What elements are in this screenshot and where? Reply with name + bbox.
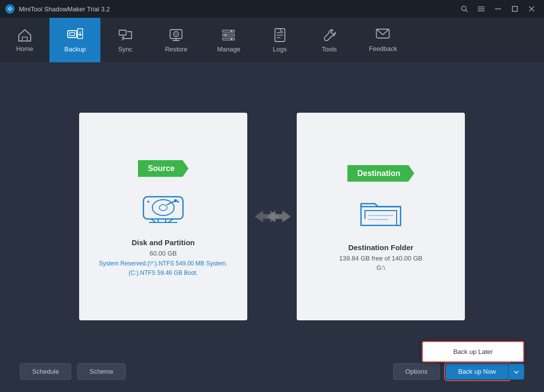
title-bar: MiniTool ShadowMaker Trial 3.2 [0,0,544,18]
logs-icon [273,28,286,43]
toolbar-left: Schedule Scheme [20,363,126,380]
backup-now-group: Back up Later Back up Now [446,363,524,380]
source-tag: Source [138,160,188,177]
close-button[interactable] [524,3,539,15]
svg-rect-20 [223,30,234,32]
nav-item-backup[interactable]: Backup [49,18,100,62]
nav-label-logs: Logs [273,45,287,53]
source-disk-icon [138,187,188,228]
app-title: MiniTool ShadowMaker Trial 3.2 [19,5,110,13]
nav-label-home: Home [16,45,34,52]
title-bar-controls [457,3,539,15]
source-detail: System Reserved.(\*:).NTFS 549.00 MB Sys… [99,259,227,278]
svg-rect-21 [223,34,234,36]
options-button[interactable]: Options [393,363,440,380]
nav-item-home[interactable]: Home [0,18,49,62]
svg-point-42 [177,201,179,203]
maximize-icon [512,6,518,12]
svg-point-1 [9,8,11,10]
backup-dropdown-button[interactable] [508,363,524,380]
nav-label-manage: Manage [217,45,240,53]
svg-rect-12 [68,31,77,38]
feedback-icon [375,28,390,42]
svg-rect-11 [22,37,27,41]
schedule-button[interactable]: Schedule [20,363,71,380]
title-bar-left: MiniTool ShadowMaker Trial 3.2 [5,4,110,14]
menu-button[interactable] [474,3,489,15]
svg-rect-13 [70,33,75,36]
nav-item-restore[interactable]: Restore [150,18,202,62]
minimize-button[interactable] [491,3,505,15]
destination-tag: Destination [347,165,414,182]
home-icon [17,28,32,42]
backup-later-item[interactable]: Back up Later [423,342,523,361]
nav-label-restore: Restore [165,45,187,53]
svg-rect-8 [512,6,517,11]
toolbar-right: Options Back up Later Back up Now [393,363,524,380]
source-title: Disk and Partition [132,238,195,247]
destination-path: G:\ [376,264,385,271]
svg-point-25 [230,38,232,40]
destination-panel[interactable]: Destination Destination Folder 139.84 GB… [297,113,465,320]
destination-free-space: 139.84 GB free of 140.00 GB [339,255,422,262]
svg-rect-14 [119,30,126,35]
svg-point-35 [174,199,177,202]
backup-icon [67,28,84,43]
nav-item-manage[interactable]: Manage [202,18,255,62]
svg-point-17 [176,33,177,35]
destination-folder-icon [356,192,406,233]
backup-now-button[interactable]: Back up Now [446,363,508,380]
menu-icon [478,6,485,11]
arrow-area [247,207,297,226]
svg-point-41 [147,201,149,203]
search-icon [461,5,468,12]
nav-label-sync: Sync [118,45,133,53]
maximize-button[interactable] [507,3,522,15]
scheme-button[interactable]: Scheme [77,363,126,380]
restore-icon [168,28,184,43]
source-panel[interactable]: Source [79,113,247,320]
search-button[interactable] [457,3,472,15]
nav-item-feedback[interactable]: Feedback [354,18,412,62]
chevron-down-icon [514,371,519,374]
nav-label-feedback: Feedback [369,45,397,52]
nav-item-tools[interactable]: Tools [305,18,354,62]
nav-bar: Home Backup Sync [0,18,544,62]
sync-icon [118,28,133,43]
svg-point-23 [230,30,232,32]
nav-label-tools: Tools [322,45,337,53]
svg-line-3 [466,10,468,12]
svg-point-24 [225,34,227,36]
svg-point-32 [152,200,174,216]
main-content: Source [0,62,544,392]
svg-point-33 [159,205,167,211]
destination-title: Destination Folder [348,243,413,252]
nav-label-backup: Backup [64,45,86,53]
backup-dropdown-menu: Back up Later [422,341,524,362]
bottom-toolbar: Schedule Scheme Options Back up Later Ba… [20,356,524,382]
close-icon [529,6,535,12]
nav-item-logs[interactable]: Logs [255,18,305,62]
backup-area: Source [20,77,524,356]
manage-icon [221,28,236,43]
svg-rect-22 [223,38,234,40]
forward-arrow-icon [252,207,292,226]
app-logo-icon [5,4,15,14]
tools-icon [322,28,337,43]
minimize-icon [495,8,501,9]
source-size: 60.00 GB [150,250,177,257]
nav-item-sync[interactable]: Sync [100,18,150,62]
